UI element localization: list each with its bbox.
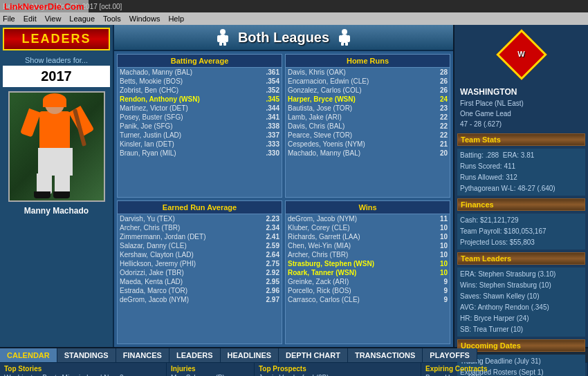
team-lead: One Game Lead	[460, 109, 582, 119]
table-row: Kinsler, Ian (DET).333	[118, 140, 282, 149]
nav-leaders[interactable]: LEADERS	[169, 348, 221, 362]
era-header: Earned Run Average	[118, 201, 282, 214]
team-record: 47 - 28 (.627)	[460, 119, 582, 129]
table-row: Panik, Joe (SFG).338	[118, 122, 282, 131]
svg-rect-2	[217, 35, 221, 42]
table-row: Davis, Khris (OAK)28	[286, 68, 450, 77]
table-row: Chen, Wei-Yin (MIA)10	[286, 241, 450, 250]
washington-logo: W	[497, 30, 546, 79]
menu-help[interactable]: Help	[168, 15, 184, 23]
finances-header: Finances	[457, 198, 585, 211]
table-row: Maeda, Kenta (LAD)2.95	[118, 277, 282, 286]
fig-arm-l	[20, 109, 41, 138]
menu-view[interactable]: View	[45, 15, 62, 23]
wins-header: Wins	[286, 201, 450, 214]
menu-bar: File Edit View League Tools Windows Help	[0, 12, 588, 25]
table-row: Pearce, Steve (TOR)22	[286, 131, 450, 140]
svg-rect-4	[219, 42, 222, 46]
saves-leader: Saves: Shawn Kelley (10)	[460, 291, 582, 302]
menu-edit[interactable]: Edit	[24, 15, 37, 23]
watermark: LinkNeverDie.Com	[0, 0, 89, 13]
top-prospects-section: Top Prospects Jamie Vandesford (2B) Cale…	[255, 363, 421, 376]
svg-rect-10	[341, 42, 344, 46]
nav-finances[interactable]: FINANCES	[116, 348, 169, 362]
team-name: WASHINGTON	[460, 86, 582, 98]
avg-leader: AVG: Anthony Rendon (.345)	[460, 302, 582, 313]
table-row: Porcello, Rick (BOS)9	[286, 286, 450, 295]
player-photo	[8, 91, 105, 202]
table-row: Archer, Chris (TBR)10	[286, 250, 450, 259]
stats-grid: Batting Average Machado, Manny (BAL).361…	[114, 51, 453, 347]
svg-rect-1	[220, 35, 226, 43]
table-row: Zobrist, Ben (CHC).352	[118, 86, 282, 95]
svg-rect-3	[225, 35, 228, 42]
table-row: Hellickson, Jeremy (PHI)2.75	[118, 259, 282, 268]
table-row: Richards, Garrett (LAA)10	[286, 232, 450, 241]
batting-average-header: Batting Average	[118, 55, 282, 68]
team-info: WASHINGTON First Place (NL East) One Gam…	[457, 84, 585, 131]
top-prospects-header: Top Prospects	[259, 365, 416, 373]
team-leaders-header: Team Leaders	[457, 252, 585, 265]
table-row: Strasburg, Stephen (WSN)10	[286, 259, 450, 268]
nav-calendar[interactable]: CALENDAR	[0, 348, 57, 362]
table-row: Martinez, Victor (DET).344	[118, 104, 282, 113]
year-display[interactable]: 2017	[3, 66, 110, 87]
nav-standings[interactable]: STANDINGS	[57, 348, 116, 362]
both-leagues-title: Both Leagues	[238, 30, 329, 46]
center-main: Both Leagues Batting Average Machado, Ma…	[114, 25, 453, 347]
wins-table: deGrom, Jacob (NYM)11 Kluber, Corey (CLE…	[286, 214, 450, 304]
team-logo-area: W	[457, 28, 585, 82]
bottom-info: Top Stories Washington Beats Miami - Lea…	[0, 362, 588, 376]
pythagorean-stat: Pythagorean W-L: 48-27 (.640)	[460, 183, 582, 194]
leaders-header: LEADERS	[3, 28, 110, 50]
table-row: Estrada, Marco (TOR)2.96	[118, 286, 282, 295]
home-runs-table: Davis, Khris (OAK)28 Encarnacion, Edwin …	[286, 68, 450, 158]
table-row: Odorizzi, Jake (TBR)2.92	[118, 268, 282, 277]
table-row: Lamb, Jake (ARI)22	[286, 113, 450, 122]
table-row: Carrasco, Carlos (CLE)9	[286, 295, 450, 304]
left-panel: LEADERS Show leaders for... 2017 Manny M…	[0, 25, 114, 347]
fig-body	[39, 111, 70, 149]
nav-depth-chart[interactable]: DEPTH CHART	[279, 348, 348, 362]
injuries-section: Injuries Max Scherzer (P)	[167, 363, 255, 376]
menu-file[interactable]: File	[3, 15, 15, 23]
table-row: deGrom, Jacob (NYM)2.97	[118, 295, 282, 304]
svg-rect-7	[342, 35, 347, 43]
menu-league[interactable]: League	[69, 15, 95, 23]
table-row: Zimmermann, Jordan (DET)2.41	[118, 232, 282, 241]
era-leader: ERA: Stephen Strasburg (3.10)	[460, 269, 582, 280]
menu-tools[interactable]: Tools	[103, 15, 121, 23]
top-stories-header: Top Stories	[4, 365, 162, 373]
menu-windows[interactable]: Windows	[129, 15, 160, 23]
nav-playoffs[interactable]: PLAYOFFS	[423, 348, 477, 362]
fig-helmet	[43, 93, 66, 107]
sb-leader: SB: Trea Turner (10)	[460, 324, 582, 335]
table-row: Gonzalez, Carlos (COL)26	[286, 86, 450, 95]
table-row: Salazar, Danny (CLE)2.59	[118, 241, 282, 250]
table-row: Cespedes, Yoenis (NYM)21	[286, 140, 450, 149]
table-row: Greinke, Zack (ARI)9	[286, 277, 450, 286]
wins-box: Wins deGrom, Jacob (NYM)11 Kluber, Corey…	[285, 200, 450, 344]
batting-average-box: Batting Average Machado, Manny (BAL).361…	[117, 54, 282, 198]
table-row: Archer, Chris (TBR)2.34	[118, 223, 282, 232]
nav-transactions[interactable]: TRANSACTIONS	[348, 348, 423, 362]
show-leaders-label: Show leaders for...	[25, 56, 88, 64]
wins-leader: Wins: Stephen Strasburg (10)	[460, 280, 582, 291]
table-row: Machado, Manny (BAL)20	[286, 149, 450, 158]
both-leagues-header: Both Leagues	[114, 25, 453, 51]
era-table: Darvish, Yu (TEX)2.23 Archer, Chris (TBR…	[118, 214, 282, 304]
batting-average-table: Machado, Manny (BAL).361 Betts, Mookie (…	[118, 68, 282, 158]
svg-point-6	[342, 29, 347, 35]
team-stats-header: Team Stats	[457, 133, 585, 146]
table-row: Kluber, Corey (CLE)10	[286, 223, 450, 232]
team-stats-content: Batting: .288 ERA: 3.81 Runs Scored: 411…	[457, 149, 585, 196]
era-box: Earned Run Average Darvish, Yu (TEX)2.23…	[117, 200, 282, 344]
table-row: deGrom, Jacob (NYM)11	[286, 214, 450, 223]
table-row: Betts, Mookie (BOS).354	[118, 77, 282, 86]
fig-pants	[38, 148, 73, 176]
table-row: Davis, Chris (BAL)22	[286, 122, 450, 131]
main-content: LEADERS Show leaders for... 2017 Manny M…	[0, 25, 588, 347]
player-figure	[19, 95, 95, 198]
nav-headlines[interactable]: HEADLINES	[221, 348, 279, 362]
home-runs-box: Home Runs Davis, Khris (OAK)28 Encarnaci…	[285, 54, 450, 198]
